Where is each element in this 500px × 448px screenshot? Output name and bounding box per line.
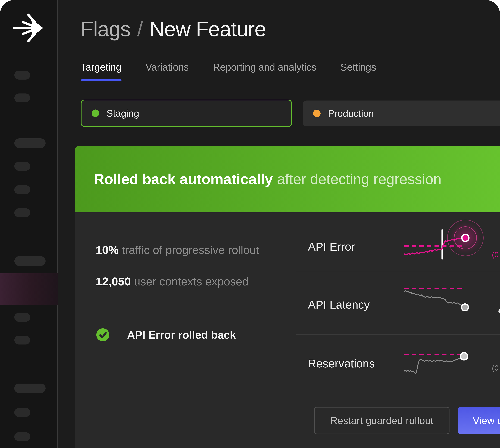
tab-variations[interactable]: Variations bbox=[145, 61, 189, 73]
contexts-stat-label: user contexts exposed bbox=[131, 275, 249, 288]
sidebar-item-placeholder[interactable] bbox=[14, 408, 30, 417]
sidebar-item-placeholder[interactable] bbox=[14, 94, 30, 102]
check-circle-icon bbox=[96, 328, 109, 341]
sidebar-item-placeholder[interactable] bbox=[14, 71, 30, 80]
sidebar-section-placeholder[interactable] bbox=[14, 138, 46, 148]
sidebar-item-placeholder[interactable] bbox=[14, 336, 30, 345]
contexts-stat-value: 12,050 bbox=[96, 275, 131, 288]
tab-reporting-and-analytics[interactable]: Reporting and analytics bbox=[213, 61, 316, 73]
sidebar-item-placeholder[interactable] bbox=[14, 208, 30, 217]
sidebar bbox=[0, 0, 58, 448]
breadcrumb: Flags/New Feature bbox=[81, 17, 266, 41]
footer-divider bbox=[75, 393, 500, 393]
tab-bar: Targeting Variations Reporting and analy… bbox=[81, 61, 376, 73]
traffic-stat-value: 10% bbox=[96, 243, 119, 256]
rollback-status-row: API Error rolled back bbox=[96, 328, 236, 341]
banner-highlight: Rolled back automatically bbox=[94, 171, 273, 188]
contexts-stat: 12,050 user contexts exposed bbox=[96, 274, 249, 288]
sidebar-section-placeholder[interactable] bbox=[14, 384, 46, 393]
sidebar-item-placeholder[interactable] bbox=[14, 313, 30, 322]
sidebar-section-placeholder[interactable] bbox=[14, 256, 46, 266]
staging-label: Staging bbox=[107, 108, 139, 119]
metric-edge-note-api-error: (0 bbox=[492, 250, 499, 259]
sidebar-item-guarded-rollout-active[interactable] bbox=[0, 273, 58, 305]
tab-targeting[interactable]: Targeting bbox=[81, 61, 121, 73]
metric-edge-note-reservations: (0 bbox=[492, 364, 499, 372]
restart-guarded-rollout-button[interactable]: Restart guarded rollout bbox=[314, 407, 450, 434]
app-window: Flags/New Feature Targeting Variations R… bbox=[0, 0, 500, 448]
production-status-dot bbox=[313, 110, 321, 117]
traffic-stat-label: traffic of progressive rollout bbox=[119, 243, 259, 256]
view-details-button[interactable]: View details bbox=[458, 407, 500, 434]
page-title: New Feature bbox=[149, 17, 266, 41]
metric-label-reservations: Reservations bbox=[308, 357, 375, 370]
panel-vertical-divider bbox=[296, 212, 296, 393]
metric-label-api-error: API Error bbox=[308, 240, 355, 253]
sidebar-item-placeholder[interactable] bbox=[14, 432, 30, 441]
staging-status-dot bbox=[92, 110, 99, 117]
traffic-stat: 10% traffic of progressive rollout bbox=[96, 243, 259, 257]
metric-row-divider bbox=[296, 334, 500, 335]
metric-row-divider bbox=[296, 272, 500, 272]
breadcrumb-flags-link[interactable]: Flags bbox=[81, 17, 130, 41]
environment-chip-production[interactable]: Production bbox=[303, 100, 500, 126]
sidebar-item-placeholder[interactable] bbox=[14, 185, 30, 194]
rollback-status-label: API Error rolled back bbox=[127, 329, 236, 341]
metric-label-api-latency: API Latency bbox=[308, 298, 370, 311]
breadcrumb-separator: / bbox=[137, 17, 143, 41]
banner-rest: after detecting regression bbox=[273, 171, 442, 188]
sidebar-item-placeholder[interactable] bbox=[14, 162, 30, 171]
rollback-banner: Rolled back automatically after detectin… bbox=[75, 146, 500, 212]
environment-chip-staging[interactable]: Staging bbox=[81, 100, 292, 127]
tab-settings[interactable]: Settings bbox=[340, 61, 376, 73]
launch-arrow-icon[interactable] bbox=[13, 13, 44, 44]
production-label: Production bbox=[328, 108, 374, 119]
